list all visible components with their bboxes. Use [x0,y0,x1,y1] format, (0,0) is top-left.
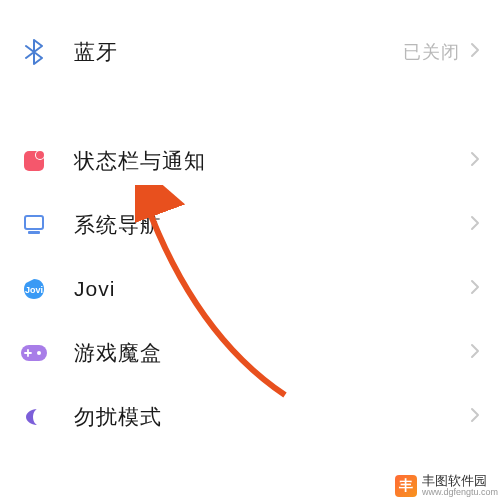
settings-list: 蓝牙 已关闭 状态栏与通知 系统导航 [0,0,500,449]
bluetooth-status: 已关闭 [403,40,460,64]
chevron-right-icon [470,42,480,63]
bluetooth-icon [20,38,48,66]
notification-item[interactable]: 状态栏与通知 [0,129,500,193]
notification-icon [20,147,48,175]
chevron-right-icon [470,151,480,172]
svg-rect-4 [28,231,40,234]
svg-rect-3 [25,216,43,229]
chevron-right-icon [470,407,480,428]
chevron-right-icon [470,279,480,300]
navigation-item[interactable]: 系统导航 [0,193,500,257]
watermark-name: 丰图软件园 [422,474,498,488]
jovi-icon: Jovi [20,275,48,303]
bluetooth-item[interactable]: 蓝牙 已关闭 [0,20,500,84]
svg-point-7 [37,351,41,355]
gamebox-icon [20,339,48,367]
navigation-icon [20,211,48,239]
dnd-label: 勿扰模式 [74,403,470,431]
section-gap [0,84,500,129]
svg-point-2 [36,151,44,159]
gamebox-item[interactable]: 游戏魔盒 [0,321,500,385]
dnd-item[interactable]: 勿扰模式 [0,385,500,449]
svg-text:Jovi: Jovi [25,285,43,295]
chevron-right-icon [470,215,480,236]
watermark-logo-icon: 丰 [395,475,417,497]
gamebox-label: 游戏魔盒 [74,339,470,367]
chevron-right-icon [470,343,480,364]
notification-label: 状态栏与通知 [74,147,470,175]
navigation-label: 系统导航 [74,211,470,239]
jovi-label: Jovi [74,277,470,301]
watermark-url: www.dgfengtu.com [422,488,498,498]
jovi-item[interactable]: Jovi Jovi [0,257,500,321]
bluetooth-label: 蓝牙 [74,38,403,66]
dnd-icon [20,403,48,431]
watermark: 丰 丰图软件园 www.dgfengtu.com [395,474,498,498]
